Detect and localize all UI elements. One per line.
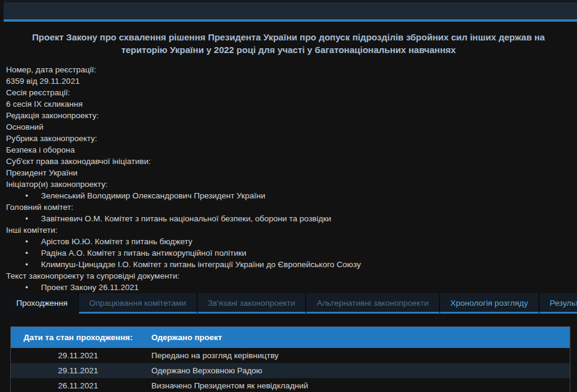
field-value-initiative-subject: Президент України [6,167,571,179]
field-label-redaction: Редакція законопроекту: [6,110,571,121]
page-title: Проект Закону про схвалення рішення През… [8,31,569,56]
main-committee-list-item[interactable]: •Завітневич О.М. Комітет з питань націон… [6,213,571,224]
main-committee-name: Завітневич О.М. Комітет з питань націона… [41,214,331,223]
tab-review-chronology[interactable]: Хронологія розгляду [440,293,540,314]
field-value-registration: 6359 від 29.11.2021 [6,75,571,87]
other-committee-list-item[interactable]: •Климпуш-Цинцадзе І.О. Комітет з питань … [6,259,571,270]
bill-details: Номер, дата реєстрації: 6359 від 29.11.2… [6,64,571,293]
field-label-initiative-subject: Суб'єкт права законодавчої ініціативи: [6,156,571,167]
passage-table-header: Дати та стан проходження: Одержано проек… [11,327,570,348]
bullet-icon: • [25,282,41,293]
bullet-icon: • [25,236,41,247]
row-date: 29.11.2021 [11,351,145,360]
row-status: Одержано Верховною Радою [145,366,570,375]
other-committee-list-item[interactable]: •Радіна А.О. Комітет з питань антикорупц… [6,247,571,259]
table-row: 26.11.2021 Визначено Президентом як неві… [11,378,570,392]
other-committee-name: Климпуш-Цинцадзе І.О. Комітет з питань і… [41,260,361,269]
tab-passage[interactable]: Проходження [6,293,79,314]
other-committee-list-item[interactable]: •Арістов Ю.Ю. Комітет з питань бюджету [6,236,571,247]
table-row: 29.11.2021 Передано на розгляд керівницт… [11,348,570,363]
field-label-documents: Текст законопроекту та супровідні докуме… [6,270,571,282]
field-label-initiators: Ініціатор(и) законопроекту: [6,179,571,190]
table-row: 29.11.2021 Одержано Верховною Радою [11,363,570,378]
tab-alternative-bills[interactable]: Альтернативні законопроекти [306,293,440,314]
field-value-session: 6 сесія IX скликання [6,98,571,110]
tab-bar: Проходження Опрацювання комітетами Зв'яз… [6,293,577,315]
field-label-other-committees: Інші комітети: [6,224,571,236]
row-status: Передано на розгляд керівництву [145,351,570,360]
column-header-dates: Дати та стан проходження: [11,333,145,342]
passage-table: Дати та стан проходження: Одержано проек… [10,326,570,392]
row-date: 29.11.2021 [11,366,145,375]
field-label-rubric: Рубрика законопроекту: [6,133,571,144]
tab-related-bills[interactable]: Зв'язані законопроекти [198,293,307,314]
field-value-redaction: Основний [6,121,571,133]
column-header-status: Одержано проект [145,333,570,342]
document-link-text: Проект Закону 26.11.2021 [41,283,139,292]
other-committee-name: Радіна А.О. Комітет з питань антикорупці… [41,248,247,258]
top-bar [0,0,577,22]
initiator-list-item[interactable]: •Зеленський Володимир Олександрович През… [6,190,571,201]
field-label-registration: Номер, дата реєстрації: [6,64,571,75]
bullet-icon: • [25,190,41,201]
field-label-main-committee: Головний комітет: [6,201,571,213]
row-status: Визначено Президентом як невідкладний [145,381,570,390]
document-link-item[interactable]: •Проект Закону 26.11.2021 [6,282,571,293]
field-value-rubric: Безпека і оборона [6,144,571,156]
field-label-session: Сесія реєстрації: [6,87,571,98]
other-committee-name: Арістов Ю.Ю. Комітет з питань бюджету [41,237,192,246]
tab-committee-processing[interactable]: Опрацювання комітетами [79,293,197,314]
bullet-icon: • [25,247,41,259]
tab-voting-results[interactable]: Результати голосування [540,293,577,314]
row-date: 26.11.2021 [11,381,145,390]
bullet-icon: • [25,213,41,224]
top-bar-left-notch [0,0,4,22]
initiator-name: Зеленський Володимир Олександрович Прези… [41,191,265,200]
bullet-icon: • [25,259,41,270]
